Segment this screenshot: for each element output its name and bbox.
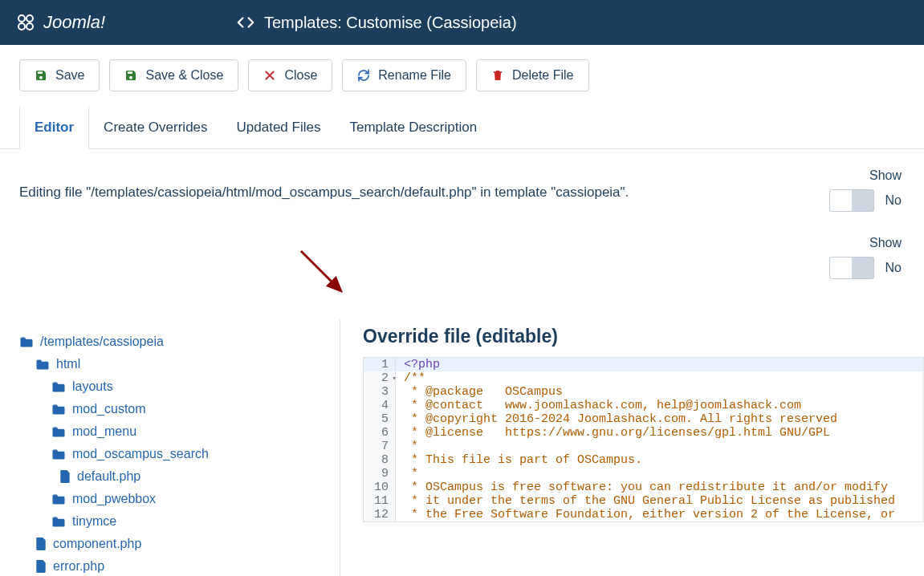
- save-close-button[interactable]: Save & Close: [109, 59, 238, 91]
- tabs: Editor Create Overrides Updated Files Te…: [0, 107, 924, 149]
- toggle-2-label: No: [885, 261, 902, 275]
- tree-root[interactable]: /templates/cassiopeia: [19, 331, 340, 353]
- show-link-1[interactable]: Show: [869, 168, 902, 183]
- folder-icon: [51, 426, 66, 438]
- save-icon: [35, 69, 47, 82]
- folder-icon: [51, 493, 66, 505]
- tab-updated-files[interactable]: Updated Files: [222, 107, 336, 148]
- tree-html[interactable]: html: [19, 353, 340, 375]
- tree-default-php[interactable]: default.php: [19, 465, 340, 488]
- show-link-2[interactable]: Show: [869, 236, 902, 250]
- folder-icon: [51, 448, 66, 460]
- file-icon: [59, 470, 71, 483]
- tree-error-php[interactable]: error.php: [19, 555, 340, 576]
- editor-area: Override file (editable) 1<?php2▾/**3 * …: [340, 319, 924, 576]
- file-icon: [35, 537, 47, 550]
- rename-file-button[interactable]: Rename File: [342, 59, 466, 91]
- file-tree: /templates/cassiopeia html layouts mod_c…: [19, 319, 340, 576]
- code-editor[interactable]: 1<?php2▾/**3 * @package OSCampus4 * @con…: [363, 357, 924, 522]
- page-title-bar: Templates: Customise (Cassiopeia): [221, 14, 517, 32]
- svg-point-2: [18, 23, 25, 30]
- delete-file-button[interactable]: Delete File: [476, 59, 588, 91]
- toggle-1-label: No: [885, 193, 902, 208]
- tab-editor[interactable]: Editor: [19, 107, 89, 148]
- brand-text: Joomla!: [43, 12, 105, 33]
- code-icon: [237, 14, 254, 31]
- toggle-1[interactable]: [829, 189, 874, 212]
- tree-mod-pwebbox[interactable]: mod_pwebbox: [19, 488, 340, 510]
- tree-mod-custom[interactable]: mod_custom: [19, 398, 340, 420]
- editor-title: Override file (editable): [363, 319, 924, 357]
- svg-point-0: [18, 15, 25, 22]
- tree-component-php[interactable]: component.php: [19, 533, 340, 555]
- page-title: Templates: Customise (Cassiopeia): [264, 14, 517, 32]
- tree-mod-oscampus-search[interactable]: mod_oscampus_search: [19, 443, 340, 465]
- folder-icon: [51, 381, 66, 393]
- folder-icon: [51, 516, 66, 528]
- tab-template-description[interactable]: Template Description: [335, 107, 491, 148]
- folder-icon: [35, 359, 50, 371]
- svg-point-1: [26, 15, 33, 22]
- svg-point-3: [26, 23, 33, 30]
- tree-mod-menu[interactable]: mod_menu: [19, 420, 340, 443]
- tree-tinymce[interactable]: tinymce: [19, 510, 340, 533]
- toggle-2[interactable]: [829, 257, 874, 279]
- tree-layouts[interactable]: layouts: [19, 375, 340, 398]
- trash-icon: [491, 69, 504, 82]
- toolbar: Save Save & Close Close Rename File Dele…: [0, 45, 924, 107]
- save-icon: [124, 69, 137, 82]
- save-button[interactable]: Save: [19, 59, 100, 91]
- brand[interactable]: Joomla!: [0, 12, 221, 33]
- header: Joomla! Templates: Customise (Cassiopeia…: [0, 0, 924, 45]
- folder-icon: [19, 336, 34, 348]
- folder-icon: [51, 404, 66, 416]
- close-icon: [263, 69, 276, 82]
- editing-file-text: Editing file "/templates/cassiopeia/html…: [19, 168, 829, 217]
- side-controls: Show No Show No: [829, 168, 905, 279]
- file-icon: [35, 560, 47, 573]
- close-button[interactable]: Close: [248, 59, 332, 91]
- tab-create-overrides[interactable]: Create Overrides: [89, 107, 222, 148]
- joomla-logo-icon: [16, 13, 35, 32]
- refresh-icon: [357, 69, 370, 82]
